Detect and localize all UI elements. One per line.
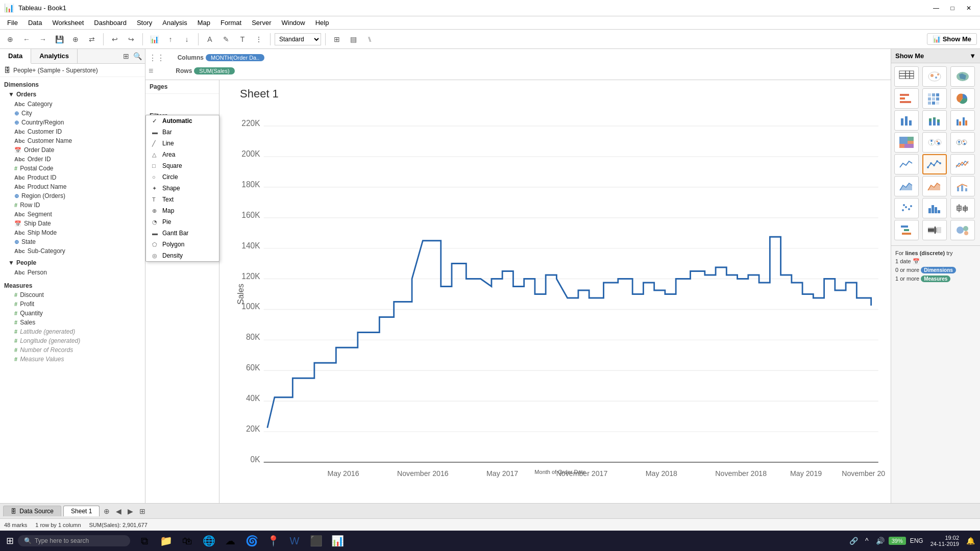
chevron-icon[interactable]: ^ [862,535,872,547]
new-worksheet-button[interactable]: ⊕ [3,32,17,46]
meas-discount[interactable]: #Discount [0,290,145,299]
meas-sales[interactable]: #Sales [0,318,145,327]
save-button[interactable]: 💾 [52,32,66,46]
tab-data[interactable]: Data [0,49,31,64]
tab-data-source[interactable]: 🗄 Data Source [3,506,61,516]
share-button[interactable]: ⑊ [362,32,377,46]
chart-treemap[interactable] [894,132,919,153]
dim-country-region[interactable]: ⊕Country/Region [0,118,145,127]
taskbar-search[interactable]: 🔍 Type here to search [18,535,130,546]
tooltip-button[interactable]: ✎ [219,32,233,46]
sort-sheets-button[interactable]: ⊞ [137,506,148,516]
meas-profit[interactable]: #Profit [0,299,145,309]
chart-scatter[interactable] [894,198,919,218]
speaker-icon[interactable]: 🔊 [873,535,888,547]
taskbar-time[interactable]: 19:02 24-11-2019 [927,535,962,547]
dim-customer-id[interactable]: AbcCustomer ID [0,127,145,136]
marks-dd-shape[interactable]: ✦ Shape [146,183,219,194]
panel-grid-icon[interactable]: ⊞ [122,51,130,61]
menu-analysis[interactable]: Analysis [157,18,192,28]
chart-filled-map[interactable] [950,66,975,87]
taskbar-word[interactable]: W [285,532,304,550]
start-button[interactable]: ⊞ [2,533,18,548]
annotation-button[interactable]: ⋮ [252,32,266,46]
format-button[interactable]: A [203,32,217,46]
dim-sub-category[interactable]: AbcSub-Category [0,246,145,256]
rows-pill[interactable]: SUM(Sales) [194,67,234,74]
minimize-button[interactable]: — [929,3,943,13]
people-group-header[interactable]: ▼ People [0,258,145,268]
dim-product-name[interactable]: AbcProduct Name [0,182,145,191]
marks-dd-polygon[interactable]: ⬠ Polygon [146,239,219,250]
add-sheet-button[interactable]: ⊕ [102,506,112,516]
taskbar-maps[interactable]: 📍 [264,532,282,550]
add-datasource-button[interactable]: ⊕ [68,32,83,46]
chart-symbol-map[interactable] [922,66,947,87]
menu-dashboard[interactable]: Dashboard [89,18,132,28]
menu-map[interactable]: Map [192,18,215,28]
swap-button[interactable]: ⇄ [85,32,99,46]
orders-group-header[interactable]: ▼ Orders [0,89,145,99]
menu-server[interactable]: Server [247,18,276,28]
tab-sheet1[interactable]: Sheet 1 [63,506,100,516]
taskbar-onedrive[interactable]: ☁ [221,532,239,550]
chart-dual-combination[interactable] [950,176,975,196]
sort-asc-button[interactable]: ↑ [163,32,178,46]
taskbar-chrome[interactable]: 🌐 [200,532,218,550]
meas-measure-values[interactable]: #Measure Values [0,355,145,364]
menu-file[interactable]: File [2,18,23,28]
dim-customer-name[interactable]: AbcCustomer Name [0,136,145,145]
sort-desc-button[interactable]: ↓ [180,32,194,46]
data-source-row[interactable]: 🗄 People+ (Sample - Superstore) [0,64,145,77]
bar-chart-button[interactable]: 📊 [147,32,161,46]
present-button[interactable]: ▤ [346,32,360,46]
chart-bullet[interactable] [922,220,947,240]
chart-circles[interactable] [922,132,947,153]
menu-window[interactable]: Window [276,18,310,28]
grid-button[interactable]: ⊞ [330,32,344,46]
taskbar-tableau[interactable]: 📊 [328,532,347,550]
dim-order-date[interactable]: 📅Order Date [0,145,145,155]
menu-format[interactable]: Format [215,18,247,28]
marks-dd-pie[interactable]: ◔ Pie [146,216,219,228]
chart-dual-line[interactable] [950,154,975,174]
chart-packed-bubbles[interactable] [950,220,975,240]
close-button[interactable]: ✕ [962,3,976,13]
marks-dd-circle[interactable]: ○ Circle [146,171,219,183]
taskbar-taskview[interactable]: ⧉ [135,532,154,550]
taskbar-explorer[interactable]: 📁 [157,532,175,550]
dim-region-orders[interactable]: ⊕Region (Orders) [0,191,145,201]
label-button[interactable]: T [235,32,250,46]
chart-box-whisker[interactable] [950,198,975,218]
meas-quantity[interactable]: #Quantity [0,309,145,318]
chart-area-continuous[interactable] [894,176,919,196]
chart-stacked-bar[interactable] [922,110,947,131]
chart-continuous-line[interactable] [894,154,919,174]
marks-dd-line[interactable]: ╱ Line [146,138,219,149]
chart-heatmap[interactable] [922,88,947,109]
scroll-right-button[interactable]: ▶ [126,506,135,516]
standard-select[interactable]: Standard Fit Width Entire View [275,33,321,45]
chart-hbar[interactable] [894,88,919,109]
chart-area-discrete[interactable] [922,176,947,196]
meas-latitude[interactable]: #Latitude (generated) [0,327,145,336]
chart-text-table[interactable] [894,66,919,87]
chart-pie[interactable] [950,88,975,109]
dim-product-id[interactable]: AbcProduct ID [0,173,145,182]
show-me-button[interactable]: 📊 Show Me [927,33,977,45]
lang-indicator[interactable]: ENG [907,535,926,546]
marks-dd-area[interactable]: △ Area [146,149,219,160]
dim-order-id[interactable]: AbcOrder ID [0,155,145,164]
dim-category[interactable]: AbcCategory [0,99,145,109]
taskbar-store[interactable]: 🛍 [178,532,197,550]
chart-bar[interactable] [894,110,919,131]
taskbar-edge[interactable]: 🌀 [242,532,261,550]
back-button[interactable]: ← [19,32,34,46]
dim-ship-mode[interactable]: AbcShip Mode [0,228,145,237]
dim-row-id[interactable]: #Row ID [0,201,145,210]
chart-side-by-side-bar[interactable] [950,110,975,131]
marks-dd-square[interactable]: □ Square [146,160,219,171]
tab-analytics[interactable]: Analytics [31,49,78,63]
maximize-button[interactable]: □ [945,3,960,13]
dim-person[interactable]: AbcPerson [0,268,145,277]
